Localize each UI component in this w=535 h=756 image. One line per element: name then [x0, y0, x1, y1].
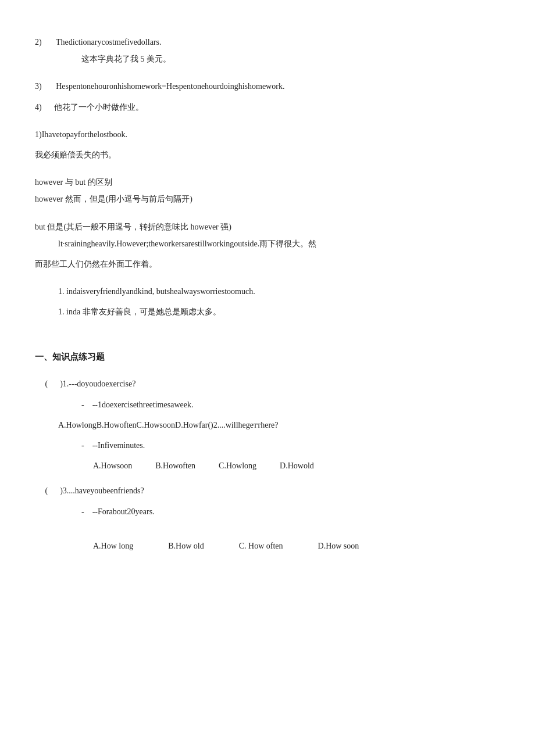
- q3-bracket-space: [50, 486, 58, 495]
- q1-answer: - --1doexercisethreetimesaweek.: [81, 397, 500, 412]
- content-wrapper: 2) Thedictionarycostmefivedollars. 这本字典花…: [35, 35, 500, 553]
- q3-optA: A.How long: [93, 539, 133, 553]
- item1-english: 1)Ihavetopayforthelostbook.: [35, 127, 500, 142]
- q3-answer-block: - --Forabout20years.: [35, 504, 500, 519]
- example-continue-block: 而那些工人们仍然在外面工作着。: [35, 257, 500, 271]
- item3-text: 3) Hespentonehouronhishomework=Hespenton…: [35, 79, 500, 94]
- linda1-chinese-block: 1. inda 非常友好善良，可是她总是顾虑太多。: [35, 304, 500, 319]
- q3-optB: B.How old: [168, 539, 204, 553]
- item4-text: 4) 他花了一个小时做作业。: [35, 100, 500, 114]
- example-continue: 而那些工人们仍然在外面工作着。: [35, 257, 500, 271]
- q3-optC: C. How often: [239, 539, 283, 553]
- but-desc: but 但是(其后一般不用逗号，转折的意味比 however 强): [35, 220, 500, 234]
- item3-english: Hespentonehouronhishomework=Hespentoneho…: [56, 82, 284, 91]
- q3-block: ( )3....haveyoubeenfriends?: [35, 483, 500, 498]
- q2-optA: A.Howsoon: [93, 458, 132, 473]
- q2-optD: D.Howold: [280, 458, 314, 473]
- example-english: lt·srainingheavily.However;theworkersare…: [35, 237, 500, 251]
- item4-chinese: 他花了一个小时做作业。: [54, 103, 144, 112]
- item1-block: 1)Ihavetopayforthelostbook.: [35, 127, 500, 142]
- q3-answer: - --Forabout20years.: [81, 504, 500, 519]
- q3-options-row: A.How long B.How old C. How often D.How …: [35, 539, 500, 553]
- linda1-english: 1. indaisveryfriendlyandkind, butshealwa…: [35, 284, 500, 299]
- item4-block: 4) 他花了一个小时做作业。: [35, 100, 500, 114]
- q3-label: )3....haveyoubeenfriends?: [60, 486, 144, 495]
- however-title: however 与 but 的区别: [35, 175, 500, 189]
- item2-chinese: 这本字典花了我 5 美元。: [35, 52, 500, 66]
- q1-answer-block: - --1doexercisethreetimesaweek.: [35, 397, 500, 412]
- q2-optC: C.Howlong: [219, 458, 256, 473]
- item3-block: 3) Hespentonehouronhishomework=Hespenton…: [35, 79, 500, 94]
- item1-chinese: 我必须赔偿丢失的书。: [35, 148, 500, 162]
- q1-options-block: A.HowlongB.HowoftenC.HowsoonD.Howfar()2.…: [35, 418, 500, 432]
- item2-english: Thedictionarycostmefivedollars.: [56, 38, 162, 46]
- item2-block: 2) Thedictionarycostmefivedollars. 这本字典花…: [35, 35, 500, 66]
- item1-chinese-block: 我必须赔偿丢失的书。: [35, 148, 500, 162]
- q1-bracket-open: (: [35, 379, 48, 388]
- q2-answer: - --Infiveminutes.: [81, 438, 500, 453]
- q3-bracket-open: (: [35, 486, 48, 495]
- q2-answer-block: - --Infiveminutes.: [35, 438, 500, 453]
- linda1-english-block: 1. indaisveryfriendlyandkind, butshealwa…: [35, 284, 500, 299]
- q3-question: ( )3....haveyoubeenfriends?: [35, 483, 500, 498]
- q2-optB: B.Howoften: [155, 458, 195, 473]
- q1-label: )1.---doyoudoexercise?: [60, 379, 135, 388]
- section-title: 一、知识点练习题: [35, 349, 500, 365]
- q3-optD: D.How soon: [318, 539, 359, 553]
- q1-bracket-close: [50, 379, 58, 388]
- section-title-block: 一、知识点练习题: [35, 349, 500, 365]
- however-desc: however 然而，但是(用小逗号与前后句隔开): [35, 192, 500, 206]
- q1-block: ( )1.---doyoudoexercise?: [35, 377, 500, 391]
- but-block: but 但是(其后一般不用逗号，转折的意味比 however 强) lt·sra…: [35, 220, 500, 251]
- however-title-block: however 与 but 的区别 however 然而，但是(用小逗号与前后句…: [35, 175, 500, 206]
- q2-options-row: A.Howsoon B.Howoften C.Howlong D.Howold: [35, 458, 500, 473]
- q1-question: ( )1.---doyoudoexercise?: [35, 377, 500, 391]
- q1-options: A.HowlongB.HowoftenC.HowsoonD.Howfar()2.…: [58, 418, 500, 432]
- linda1-chinese: 1. inda 非常友好善良，可是她总是顾虑太多。: [35, 304, 500, 319]
- item2-number: 2) Thedictionarycostmefivedollars.: [35, 35, 500, 49]
